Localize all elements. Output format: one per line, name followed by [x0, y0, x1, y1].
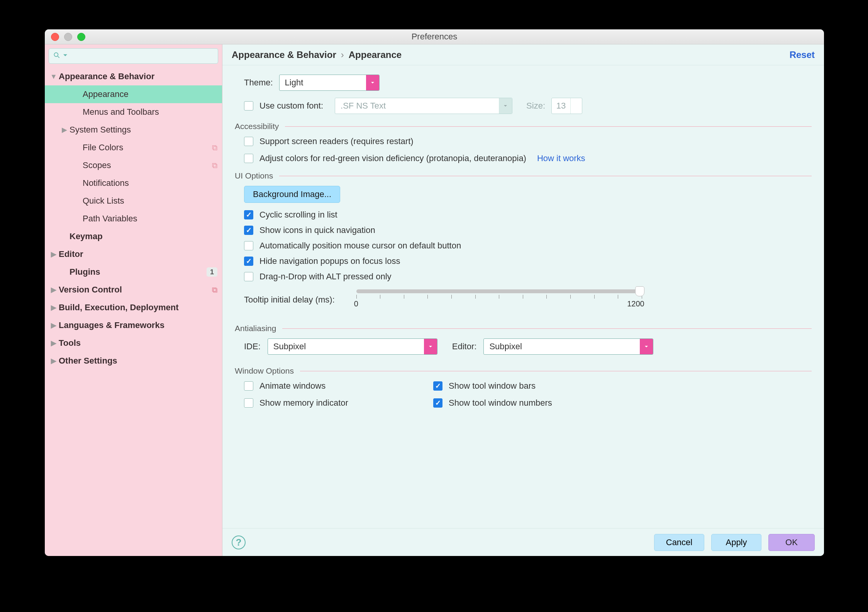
sidebar-item-label: Plugins [70, 267, 207, 277]
sidebar-item[interactable]: ▶Tools [45, 334, 222, 352]
sidebar-item[interactable]: Path Variables [45, 210, 222, 228]
sidebar-item-label: Scopes [83, 160, 212, 170]
screen-readers-checkbox[interactable] [244, 137, 253, 146]
chevron-down-icon [571, 106, 582, 114]
copy-icon: ⧉ [212, 161, 217, 170]
sidebar-item-label: Other Settings [59, 356, 217, 366]
apply-button[interactable]: Apply [711, 534, 761, 551]
sidebar-item-label: Notifications [83, 178, 217, 188]
sidebar-item[interactable]: Keymap [45, 228, 222, 245]
sidebar-item[interactable]: Scopes⧉ [45, 156, 222, 174]
checkbox[interactable] [244, 241, 253, 250]
sidebar-item[interactable]: Quick Lists [45, 192, 222, 210]
breadcrumb-parent: Appearance & Behavior [232, 49, 336, 60]
content-pane: Theme: Light Use custom font: .SF NS Tex… [222, 65, 824, 528]
chevron-right-icon: ▶ [59, 126, 70, 134]
checkbox[interactable] [433, 398, 442, 408]
sidebar-item-label: Path Variables [83, 214, 217, 224]
theme-label: Theme: [244, 78, 273, 88]
color-deficiency-checkbox[interactable] [244, 154, 253, 163]
screen-readers-label: Support screen readers (requires restart… [259, 136, 414, 146]
checkbox-label: Animate windows [259, 381, 326, 391]
breadcrumb-current: Appearance [349, 49, 402, 60]
sidebar-item[interactable]: Plugins1 [45, 263, 222, 281]
sidebar-item-label: Quick Lists [83, 196, 217, 206]
copy-icon: ⧉ [212, 286, 217, 294]
checkbox-label: Automatically position mouse cursor on d… [259, 241, 461, 251]
slider-thumb[interactable] [635, 286, 644, 296]
checkbox-label: Cyclic scrolling in list [259, 210, 337, 220]
sidebar-item-label: System Settings [70, 125, 217, 135]
aa-editor-combo[interactable]: Subpixel [483, 338, 653, 355]
checkbox-label: Hide navigation popups on focus loss [259, 256, 400, 266]
checkbox[interactable] [244, 398, 253, 408]
svg-point-0 [54, 53, 58, 56]
chevron-right-icon: ▶ [49, 357, 59, 365]
dialog-footer: ? Cancel Apply OK [222, 528, 824, 556]
chevron-down-icon [499, 98, 512, 114]
checkbox-label: Show tool window bars [449, 381, 536, 391]
checkbox[interactable] [244, 257, 253, 266]
chevron-right-icon: ▶ [49, 250, 59, 258]
badge: 1 [207, 267, 217, 277]
checkbox[interactable] [433, 381, 442, 391]
sidebar-item[interactable]: File Colors⧉ [45, 139, 222, 156]
search-input[interactable] [49, 48, 218, 64]
chevron-right-icon: ▶ [49, 303, 59, 312]
checkbox-label: Show memory indicator [259, 398, 348, 408]
size-label: Size: [526, 101, 545, 111]
sidebar-item[interactable]: ▶System Settings [45, 121, 222, 139]
checkbox[interactable] [244, 226, 253, 235]
ok-button[interactable]: OK [768, 534, 815, 551]
chevron-down-icon [424, 339, 437, 354]
sidebar-item[interactable]: Menus and Toolbars [45, 103, 222, 121]
help-button[interactable]: ? [232, 536, 246, 549]
checkbox[interactable] [244, 210, 253, 219]
background-image-button[interactable]: Background Image... [244, 186, 340, 203]
sidebar-item[interactable]: Notifications [45, 174, 222, 192]
aa-ide-label: IDE: [244, 342, 261, 352]
chevron-down-icon: ▼ [49, 73, 59, 81]
checkbox-label: Drag-n-Drop with ALT pressed only [259, 272, 392, 282]
tooltip-delay-slider[interactable]: 01200 [353, 289, 646, 308]
chevron-up-icon [571, 98, 582, 106]
use-custom-font-checkbox[interactable] [244, 101, 253, 110]
font-value: .SF NS Text [335, 101, 499, 111]
preferences-window: Preferences ▼Appearance & BehaviorAppear… [45, 29, 824, 556]
tooltip-delay-label: Tooltip initial delay (ms): [244, 295, 335, 305]
chevron-down-icon [366, 75, 379, 90]
sidebar-item-label: Keymap [70, 231, 217, 241]
sidebar-item[interactable]: ▶Build, Execution, Deployment [45, 299, 222, 316]
section-antialiasing: Antialiasing [235, 324, 812, 333]
theme-combo[interactable]: Light [279, 75, 380, 91]
breadcrumb: Appearance & Behavior › Appearance Reset [222, 44, 824, 65]
chevron-right-icon: ▶ [49, 339, 59, 347]
svg-line-1 [58, 56, 59, 58]
chevron-down-icon [640, 339, 653, 354]
sidebar-item[interactable]: ▶Version Control⧉ [45, 281, 222, 299]
sidebar-item-label: Build, Execution, Deployment [59, 303, 217, 313]
sidebar-item[interactable]: Appearance [45, 85, 222, 103]
copy-icon: ⧉ [212, 143, 217, 152]
sidebar-item[interactable]: ▶Editor [45, 245, 222, 263]
color-deficiency-label: Adjust colors for red-green vision defic… [259, 153, 526, 163]
sidebar-item-label: Appearance & Behavior [59, 71, 217, 82]
sidebar: ▼Appearance & BehaviorAppearanceMenus an… [45, 44, 222, 556]
checkbox-label: Show icons in quick navigation [259, 225, 375, 235]
reset-link[interactable]: Reset [790, 49, 815, 60]
checkbox[interactable] [244, 272, 253, 281]
titlebar: Preferences [45, 29, 824, 44]
aa-ide-combo[interactable]: Subpixel [268, 338, 437, 355]
sidebar-item[interactable]: ▼Appearance & Behavior [45, 68, 222, 85]
slider-min: 0 [354, 299, 358, 308]
section-accessibility: Accessibility [235, 122, 812, 131]
sidebar-item[interactable]: ▶Languages & Frameworks [45, 316, 222, 334]
font-size-stepper[interactable]: 13 [551, 98, 582, 114]
checkbox[interactable] [244, 381, 253, 391]
search-icon [53, 51, 61, 61]
sidebar-item[interactable]: ▶Other Settings [45, 352, 222, 370]
font-combo[interactable]: .SF NS Text [335, 98, 512, 114]
cancel-button[interactable]: Cancel [654, 534, 704, 551]
chevron-right-icon: ▶ [49, 286, 59, 294]
how-it-works-link[interactable]: How it works [537, 153, 585, 163]
